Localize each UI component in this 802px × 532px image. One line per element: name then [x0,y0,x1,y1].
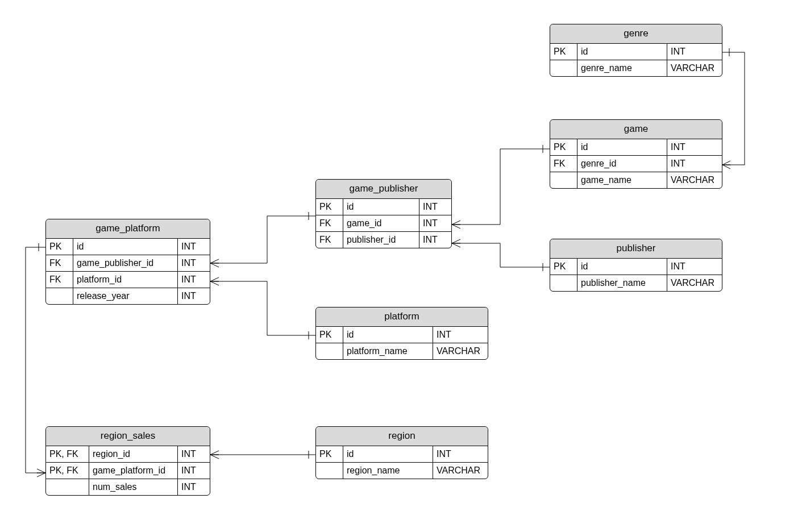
column-cell: region_id [89,446,178,462]
entity-game-platform: game_platform PK id INT FK game_publishe… [45,219,210,305]
column-cell: id [73,239,178,255]
table-row: release_year INT [46,288,210,304]
entity-region-sales: region_sales PK, FK region_id INT PK, FK… [45,426,210,496]
key-cell: FK [46,255,73,271]
key-cell: FK [46,272,73,288]
type-cell: VARCHAR [667,60,722,76]
entity-title: platform [316,307,488,327]
table-row: platform_name VARCHAR [316,343,488,359]
rel-gamepublisher-publisher [452,239,550,271]
table-row: PK id INT [46,239,210,255]
entity-title: game_publisher [316,180,451,199]
key-cell: PK [550,139,577,155]
key-cell: PK, FK [46,463,89,479]
entity-title: game_platform [46,219,210,239]
type-cell: VARCHAR [433,463,488,479]
column-cell: game_publisher_id [73,255,178,271]
type-cell: INT [178,272,210,288]
table-row: FK genre_id INT [550,156,722,172]
table-row: FK platform_id INT [46,272,210,288]
key-cell: PK [316,446,343,462]
key-cell [316,463,343,479]
type-cell: INT [433,446,488,462]
entity-publisher: publisher PK id INT publisher_name VARCH… [550,239,722,292]
key-cell: FK [550,156,577,172]
entity-genre: genre PK id INT genre_name VARCHAR [550,24,722,77]
key-cell: PK [316,199,343,215]
column-cell: game_id [343,215,419,231]
column-cell: platform_id [73,272,178,288]
type-cell: INT [178,446,210,462]
entity-game: game PK id INT FK genre_id INT game_name… [550,119,722,189]
column-cell: id [343,199,419,215]
entity-region: region PK id INT region_name VARCHAR [315,426,488,479]
column-cell: platform_name [343,343,433,359]
column-cell: id [577,44,667,60]
table-row: FK publisher_id INT [316,232,451,248]
table-row: PK id INT [550,259,722,275]
type-cell: INT [667,259,722,275]
column-cell: genre_name [577,60,667,76]
column-cell: game_platform_id [89,463,178,479]
column-cell: id [343,446,433,462]
key-cell [316,343,343,359]
column-cell: id [577,139,667,155]
column-cell: game_name [577,172,667,188]
rel-gameplatform-gamepublisher [210,212,315,267]
rel-gameplatform-platform [210,277,315,339]
type-cell: INT [178,239,210,255]
type-cell: INT [178,463,210,479]
key-cell: PK [316,327,343,343]
table-row: num_sales INT [46,479,210,495]
column-cell: id [343,327,433,343]
key-cell: FK [316,215,343,231]
column-cell: publisher_name [577,275,667,291]
type-cell: INT [667,44,722,60]
key-cell: PK [46,239,73,255]
key-cell [46,288,73,304]
table-row: FK game_publisher_id INT [46,255,210,272]
table-row: PK id INT [316,446,488,463]
entity-title: region [316,427,488,446]
table-row: PK, FK region_id INT [46,446,210,463]
entity-title: publisher [550,239,722,259]
type-cell: VARCHAR [433,343,488,359]
type-cell: INT [178,479,210,495]
entity-title: game [550,120,722,139]
column-cell: num_sales [89,479,178,495]
type-cell: INT [667,139,722,155]
key-cell: PK [550,259,577,275]
table-row: genre_name VARCHAR [550,60,722,76]
table-row: publisher_name VARCHAR [550,275,722,291]
key-cell [550,275,577,291]
type-cell: INT [419,215,451,231]
rel-regionsales-region [210,451,315,459]
rel-regionsales-gameplatform [26,243,45,477]
column-cell: id [577,259,667,275]
table-row: game_name VARCHAR [550,172,722,188]
table-row: PK id INT [316,327,488,343]
type-cell: VARCHAR [667,275,722,291]
type-cell: INT [667,156,722,172]
table-row: PK id INT [550,44,722,60]
table-row: PK id INT [316,199,451,215]
entity-title: genre [550,24,722,44]
entity-platform: platform PK id INT platform_name VARCHAR [315,307,488,360]
column-cell: publisher_id [343,232,419,248]
entity-title: region_sales [46,427,210,446]
table-row: PK id INT [550,139,722,156]
type-cell: INT [433,327,488,343]
key-cell [550,172,577,188]
type-cell: VARCHAR [667,172,722,188]
column-cell: region_name [343,463,433,479]
table-row: FK game_id INT [316,215,451,232]
entity-game-publisher: game_publisher PK id INT FK game_id INT … [315,179,452,248]
column-cell: release_year [73,288,178,304]
table-row: PK, FK game_platform_id INT [46,463,210,479]
key-cell: PK, FK [46,446,89,462]
key-cell: PK [550,44,577,60]
type-cell: INT [178,255,210,271]
type-cell: INT [419,232,451,248]
rel-gamepublisher-game [452,145,550,228]
type-cell: INT [419,199,451,215]
